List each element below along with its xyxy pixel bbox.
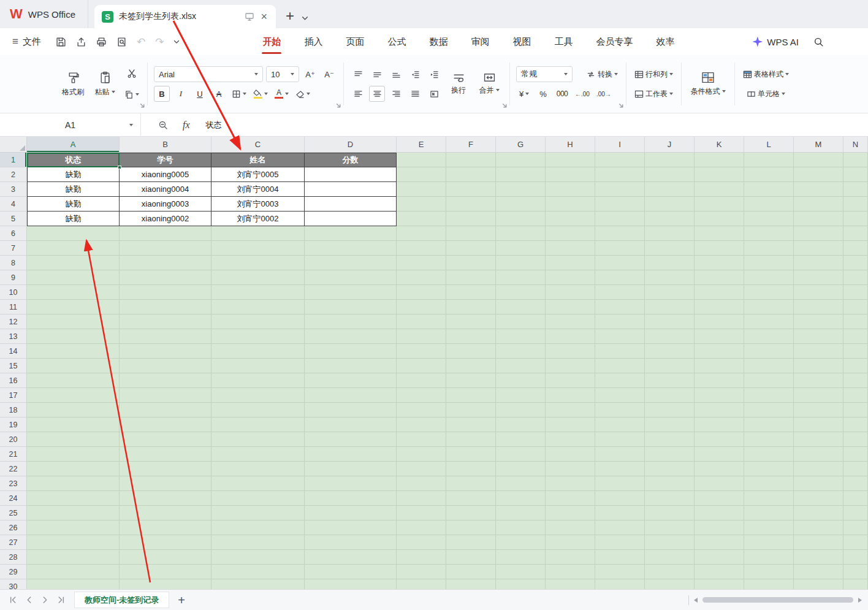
- column-header-D[interactable]: D: [305, 137, 397, 153]
- cell-I19[interactable]: [595, 417, 645, 432]
- cell-N9[interactable]: [843, 270, 868, 285]
- scroll-left-icon[interactable]: [694, 598, 698, 603]
- cell-N17[interactable]: [843, 388, 868, 403]
- cell-B12[interactable]: [120, 315, 211, 329]
- cell-J23[interactable]: [645, 476, 695, 491]
- menu-tab-1[interactable]: 开始: [251, 28, 292, 55]
- cell-K28[interactable]: [695, 550, 744, 565]
- column-header-G[interactable]: G: [496, 137, 546, 153]
- scroll-right-icon[interactable]: [858, 598, 862, 603]
- cell-F14[interactable]: [446, 344, 496, 359]
- cell-N19[interactable]: [843, 417, 868, 432]
- row-header-12[interactable]: 12: [0, 315, 27, 329]
- cell-L13[interactable]: [744, 329, 794, 344]
- row-header-17[interactable]: 17: [0, 388, 27, 403]
- cell-N24[interactable]: [843, 491, 868, 506]
- cell-E20[interactable]: [397, 432, 446, 447]
- cell-N13[interactable]: [843, 329, 868, 344]
- cell-D11[interactable]: [305, 300, 397, 315]
- cell-K29[interactable]: [695, 565, 744, 579]
- cell-G20[interactable]: [496, 432, 546, 447]
- cell-H10[interactable]: [546, 285, 595, 300]
- cell-J20[interactable]: [645, 432, 695, 447]
- cell-L27[interactable]: [744, 535, 794, 550]
- cell-K7[interactable]: [695, 241, 744, 256]
- cell-B16[interactable]: [120, 373, 211, 388]
- row-header-24[interactable]: 24: [0, 491, 27, 506]
- paste-button[interactable]: 粘贴: [91, 61, 119, 107]
- cell-L7[interactable]: [744, 241, 794, 256]
- cell-M21[interactable]: [794, 447, 843, 462]
- row-header-7[interactable]: 7: [0, 241, 27, 256]
- cell-N5[interactable]: [843, 212, 868, 226]
- cell-B30[interactable]: [120, 579, 211, 589]
- menu-tab-7[interactable]: 视图: [501, 28, 542, 55]
- cell-B17[interactable]: [120, 388, 211, 403]
- add-sheet-button[interactable]: +: [178, 594, 185, 606]
- cell-H15[interactable]: [546, 359, 595, 373]
- menu-tab-6[interactable]: 审阅: [459, 28, 501, 55]
- undo-icon[interactable]: ↶: [137, 36, 145, 48]
- cell-F18[interactable]: [446, 403, 496, 417]
- cell-J7[interactable]: [645, 241, 695, 256]
- cell-J14[interactable]: [645, 344, 695, 359]
- cell-I21[interactable]: [595, 447, 645, 462]
- cell-G9[interactable]: [496, 270, 546, 285]
- cell-C18[interactable]: [211, 403, 305, 417]
- cell-A14[interactable]: [27, 344, 120, 359]
- cell-I25[interactable]: [595, 506, 645, 520]
- search-icon[interactable]: [813, 37, 824, 47]
- row-header-21[interactable]: 21: [0, 447, 27, 462]
- row-header-28[interactable]: 28: [0, 550, 27, 565]
- menu-tab-2[interactable]: 插入: [292, 28, 334, 55]
- paste-chevron-icon[interactable]: [112, 91, 115, 93]
- cell-J18[interactable]: [645, 403, 695, 417]
- cell-I16[interactable]: [595, 373, 645, 388]
- cell-D1[interactable]: 分数: [305, 153, 397, 167]
- menu-tab-3[interactable]: 页面: [334, 28, 376, 55]
- cell-B2[interactable]: xiaoning0005: [120, 167, 211, 182]
- cell-I28[interactable]: [595, 550, 645, 565]
- cell-F27[interactable]: [446, 535, 496, 550]
- cell-J28[interactable]: [645, 550, 695, 565]
- cell-H28[interactable]: [546, 550, 595, 565]
- quick-access-chevron-icon[interactable]: [173, 40, 180, 44]
- cell-G26[interactable]: [496, 520, 546, 535]
- conditional-format-button[interactable]: 条件格式: [688, 61, 728, 107]
- cell-D15[interactable]: [305, 359, 397, 373]
- cell-K13[interactable]: [695, 329, 744, 344]
- cell-G11[interactable]: [496, 300, 546, 315]
- cell-J29[interactable]: [645, 565, 695, 579]
- row-header-10[interactable]: 10: [0, 285, 27, 300]
- cell-B10[interactable]: [120, 285, 211, 300]
- cell-L9[interactable]: [744, 270, 794, 285]
- menu-tab-10[interactable]: 效率: [644, 28, 686, 55]
- cell-M30[interactable]: [794, 579, 843, 589]
- cell-F3[interactable]: [446, 182, 496, 197]
- increase-indent-icon[interactable]: [426, 66, 442, 82]
- align-left-icon[interactable]: [350, 86, 366, 102]
- cell-G6[interactable]: [496, 226, 546, 241]
- align-right-icon[interactable]: [388, 86, 404, 102]
- cell-B8[interactable]: [120, 256, 211, 270]
- cell-M22[interactable]: [794, 462, 843, 476]
- cell-H2[interactable]: [546, 167, 595, 182]
- rows-columns-button[interactable]: 行和列: [633, 66, 675, 82]
- cell-M19[interactable]: [794, 417, 843, 432]
- wps-office-brand[interactable]: W WPS Office: [0, 0, 88, 28]
- row-header-16[interactable]: 16: [0, 373, 27, 388]
- cell-E8[interactable]: [397, 256, 446, 270]
- column-header-E[interactable]: E: [397, 137, 446, 153]
- file-menu[interactable]: ≡ 文件: [9, 36, 45, 48]
- cell-C25[interactable]: [211, 506, 305, 520]
- cell-C11[interactable]: [211, 300, 305, 315]
- name-box[interactable]: A1: [0, 113, 141, 136]
- cell-K15[interactable]: [695, 359, 744, 373]
- cell-D14[interactable]: [305, 344, 397, 359]
- font-dialog-launcher-icon[interactable]: [336, 103, 341, 109]
- cell-D19[interactable]: [305, 417, 397, 432]
- cell-I18[interactable]: [595, 403, 645, 417]
- cell-C3[interactable]: 刘宵宁0004: [211, 182, 305, 197]
- cell-B22[interactable]: [120, 462, 211, 476]
- row-header-29[interactable]: 29: [0, 565, 27, 579]
